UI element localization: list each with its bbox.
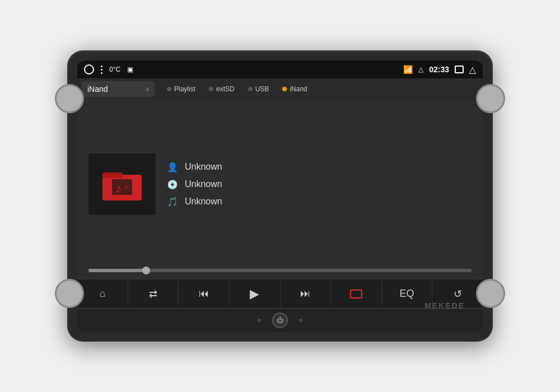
indicator-dot-left xyxy=(258,319,261,322)
prev-icon: ⏮ xyxy=(199,288,209,300)
control-bar: ⌂ ⇄ ⏮ ▶ ⏭ EQ xyxy=(77,279,483,308)
svg-rect-1 xyxy=(102,172,122,178)
mount-tab-top-right xyxy=(476,84,505,113)
home-circle-icon[interactable] xyxy=(84,64,94,74)
tab-label-extsd: extSD xyxy=(216,85,235,93)
status-left: 0°C ▣ xyxy=(84,64,133,74)
clock-display: 02:33 xyxy=(429,65,449,74)
indicator-dot-right xyxy=(299,319,302,322)
svg-text:♪: ♪ xyxy=(115,181,122,195)
image-icon: ▣ xyxy=(127,66,133,73)
square-icon xyxy=(455,66,464,73)
shuffle-button[interactable]: ⇄ xyxy=(128,279,179,308)
main-content: iNand › Playlist extSD USB iNa xyxy=(77,78,483,308)
screen-bezel: 0°C ▣ 📶 △ 02:33 △ iNand › xyxy=(77,60,483,332)
tab-usb[interactable]: USB xyxy=(242,81,275,97)
album-text: Unknown xyxy=(185,179,222,189)
album-icon: 💿 xyxy=(167,179,178,190)
album-art: ♪ ♪ xyxy=(88,153,156,215)
home-icon: ⌂ xyxy=(99,288,105,300)
tab-dot-usb xyxy=(248,87,253,91)
artist-row: 👤 Unknown xyxy=(167,162,472,172)
mount-tab-bottom-left xyxy=(55,279,84,308)
progress-thumb xyxy=(142,267,150,274)
tab-playlist[interactable]: Playlist xyxy=(161,81,201,97)
power-icon: ⏻ xyxy=(277,316,283,324)
mount-tab-top-left xyxy=(55,84,84,113)
source-tabs-row: iNand › Playlist extSD USB iNa xyxy=(77,78,483,100)
progress-fill xyxy=(88,269,146,272)
tab-inand[interactable]: iNand xyxy=(277,81,312,97)
wifi-icon: △ xyxy=(418,66,423,73)
tab-dot-inand xyxy=(282,87,287,91)
next-button[interactable]: ⏭ xyxy=(281,279,332,308)
music-note-icon: 🎵 xyxy=(167,197,178,207)
eq-label: EQ xyxy=(400,288,414,300)
title-text: Unknown xyxy=(185,197,222,207)
title-row: 🎵 Unknown xyxy=(167,197,472,207)
track-info: 👤 Unknown 💿 Unknown 🎵 Unknown xyxy=(167,162,472,207)
temperature-display: 0°C xyxy=(109,66,120,73)
tab-dot-playlist xyxy=(167,87,171,91)
repeat-button[interactable] xyxy=(331,279,382,308)
status-right: 📶 △ 02:33 △ xyxy=(403,64,476,75)
mount-tab-bottom-right xyxy=(476,279,505,308)
device-unit: 0°C ▣ 📶 △ 02:33 △ iNand › xyxy=(67,50,493,342)
source-selector-arrow: › xyxy=(146,84,149,94)
repeat-icon xyxy=(350,290,362,298)
artist-icon: 👤 xyxy=(167,162,178,172)
next-icon: ⏭ xyxy=(300,288,310,300)
svg-text:♪: ♪ xyxy=(124,182,128,191)
source-selector-label: iNand xyxy=(87,85,108,94)
status-bar: 0°C ▣ 📶 △ 02:33 △ xyxy=(77,60,483,78)
tab-label-inand: iNand xyxy=(290,85,307,93)
tab-dot-extsd xyxy=(209,87,213,91)
tab-label-usb: USB xyxy=(255,85,269,93)
prev-button[interactable]: ⏮ xyxy=(179,279,230,308)
tab-label-playlist: Playlist xyxy=(174,85,195,93)
shuffle-icon: ⇄ xyxy=(149,288,157,300)
brand-label: MEKEDE xyxy=(424,301,465,310)
progress-container[interactable] xyxy=(77,269,483,279)
menu-dots-icon[interactable] xyxy=(101,66,102,74)
play-button[interactable]: ▶ xyxy=(230,279,281,308)
play-icon: ▶ xyxy=(250,287,259,301)
album-row: 💿 Unknown xyxy=(167,179,472,190)
artist-text: Unknown xyxy=(185,162,222,172)
source-selector[interactable]: iNand › xyxy=(82,81,155,97)
tab-extsd[interactable]: extSD xyxy=(203,81,240,97)
bluetooth-icon: 📶 xyxy=(403,65,413,74)
power-button[interactable]: ⏻ xyxy=(272,312,288,328)
progress-bar[interactable] xyxy=(88,269,472,272)
back-nav-icon[interactable]: △ xyxy=(469,64,476,75)
back-icon: ↺ xyxy=(454,288,462,300)
home-button[interactable]: ⌂ xyxy=(77,279,128,308)
bottom-physical-controls: ⏻ xyxy=(77,308,483,332)
player-area: ♪ ♪ 👤 Unknown 💿 Unknown 🎵 xyxy=(77,100,483,269)
